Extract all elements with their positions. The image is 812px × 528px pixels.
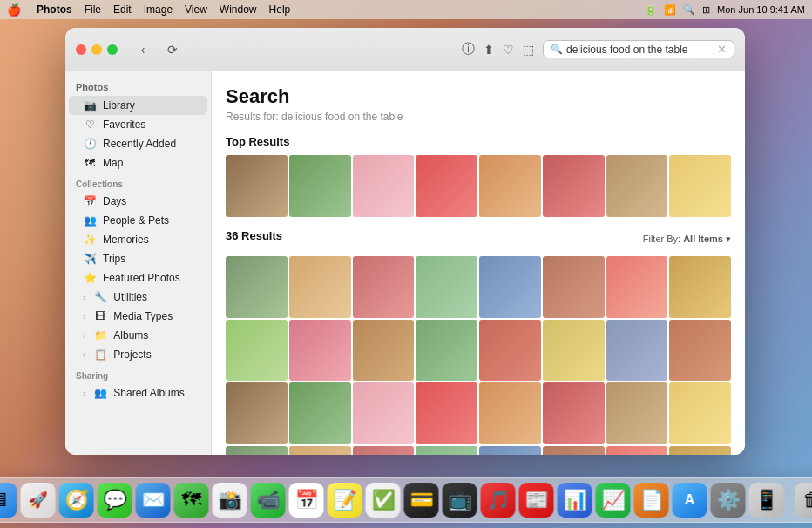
sidebar-item-days[interactable]: 📅 Days bbox=[69, 192, 207, 211]
dock-item-pages[interactable]: 📄 bbox=[634, 483, 669, 518]
list-item[interactable] bbox=[606, 382, 668, 444]
list-item[interactable] bbox=[669, 256, 731, 318]
dock-item-appletv[interactable]: 📺 bbox=[443, 483, 477, 518]
dock-item-launchpad[interactable]: 🚀 bbox=[21, 483, 56, 518]
list-item[interactable] bbox=[416, 382, 477, 444]
list-item[interactable] bbox=[606, 320, 668, 382]
list-item[interactable] bbox=[226, 320, 288, 382]
list-item[interactable] bbox=[543, 382, 605, 444]
dock-item-trash[interactable]: 🗑 bbox=[795, 483, 813, 518]
list-item[interactable] bbox=[353, 382, 415, 444]
list-item[interactable] bbox=[543, 320, 605, 382]
list-item[interactable] bbox=[353, 320, 415, 382]
list-item[interactable] bbox=[353, 256, 415, 318]
list-item[interactable] bbox=[543, 155, 605, 217]
sidebar-item-utilities[interactable]: › 🔧 Utilities bbox=[69, 288, 207, 307]
search-icon-menubar[interactable]: 🔍 bbox=[683, 4, 695, 16]
list-item[interactable] bbox=[416, 320, 477, 382]
dock-item-facetime[interactable]: 📹 bbox=[251, 483, 286, 518]
list-item[interactable] bbox=[669, 382, 731, 444]
menubar-app-name[interactable]: Photos bbox=[37, 3, 72, 16]
sidebar-item-media-types[interactable]: › 🎞 Media Types bbox=[69, 307, 207, 326]
menubar-edit[interactable]: Edit bbox=[113, 3, 132, 16]
sidebar-item-recently-added[interactable]: 🕐 Recently Added bbox=[69, 134, 207, 153]
dock-item-safari[interactable]: 🧭 bbox=[59, 483, 94, 518]
dock-item-wallet[interactable]: 💳 bbox=[404, 483, 439, 518]
search-input[interactable] bbox=[566, 44, 717, 56]
sidebar-item-people-pets[interactable]: 👥 People & Pets bbox=[69, 211, 207, 230]
menubar-window[interactable]: Window bbox=[220, 3, 257, 16]
list-item[interactable] bbox=[669, 320, 731, 382]
dock-item-messages[interactable]: 💬 bbox=[98, 483, 132, 518]
search-clear-button[interactable]: ✕ bbox=[717, 43, 727, 56]
list-item[interactable] bbox=[226, 256, 288, 318]
list-item[interactable] bbox=[669, 446, 731, 455]
list-item[interactable] bbox=[289, 320, 351, 382]
sidebar-item-shared-albums[interactable]: › 👥 Shared Albums bbox=[69, 383, 207, 403]
list-item[interactable] bbox=[543, 446, 605, 455]
dock-item-calendar[interactable]: 📅 bbox=[289, 483, 324, 518]
dock-item-notes[interactable]: 📝 bbox=[328, 483, 362, 518]
close-button[interactable] bbox=[76, 44, 86, 55]
sidebar-item-projects[interactable]: › 📋 Projects bbox=[69, 345, 207, 364]
list-item[interactable] bbox=[289, 256, 351, 318]
list-item[interactable] bbox=[353, 155, 415, 217]
menubar-help[interactable]: Help bbox=[269, 3, 291, 16]
dock-item-reminders[interactable]: ✅ bbox=[366, 483, 401, 518]
dock-item-photos[interactable]: 📸 bbox=[213, 483, 247, 518]
sidebar-item-albums[interactable]: › 📁 Albums bbox=[69, 326, 207, 345]
list-item[interactable] bbox=[289, 155, 351, 217]
sidebar-item-favorites[interactable]: ♡ Favorites bbox=[69, 115, 207, 134]
list-item[interactable] bbox=[479, 446, 541, 455]
list-item[interactable] bbox=[606, 446, 668, 455]
dock-item-iphone[interactable]: 📱 bbox=[749, 483, 784, 518]
list-item[interactable] bbox=[226, 382, 288, 444]
dock-item-maps[interactable]: 🗺 bbox=[174, 483, 209, 518]
list-item[interactable] bbox=[289, 382, 351, 444]
dock-item-settings[interactable]: ⚙️ bbox=[711, 483, 746, 518]
list-item[interactable] bbox=[416, 256, 477, 318]
list-item[interactable] bbox=[479, 320, 541, 382]
dock-item-appstore[interactable]: A bbox=[673, 483, 707, 518]
info-icon[interactable]: ⓘ bbox=[462, 41, 475, 58]
list-item[interactable] bbox=[416, 446, 477, 455]
control-center-icon[interactable]: ⊞ bbox=[702, 4, 710, 16]
minimize-button[interactable] bbox=[91, 44, 102, 55]
crop-icon[interactable]: ⬚ bbox=[523, 43, 534, 57]
sidebar-item-map[interactable]: 🗺 Map bbox=[69, 153, 207, 173]
heart-icon[interactable]: ♡ bbox=[503, 43, 514, 57]
dock-item-keynote[interactable]: 📊 bbox=[558, 483, 592, 518]
filter-button[interactable]: Filter By: All Items ▾ bbox=[643, 234, 731, 245]
back-button[interactable]: ‹ bbox=[132, 38, 154, 61]
dock-item-finder[interactable]: 🖥 bbox=[0, 483, 17, 518]
menubar-view[interactable]: View bbox=[185, 3, 207, 16]
menubar-image[interactable]: Image bbox=[144, 3, 173, 16]
list-item[interactable] bbox=[606, 155, 668, 217]
dock-item-music[interactable]: 🎵 bbox=[481, 483, 516, 518]
list-item[interactable] bbox=[479, 256, 541, 318]
apple-menu[interactable]: 🍎 bbox=[7, 3, 21, 17]
list-item[interactable] bbox=[479, 382, 541, 444]
share-icon[interactable]: ⬆ bbox=[484, 43, 494, 57]
rotate-button[interactable]: ⟳ bbox=[161, 38, 184, 61]
list-item[interactable] bbox=[353, 446, 415, 455]
list-item[interactable] bbox=[479, 155, 541, 217]
list-item[interactable] bbox=[226, 446, 288, 455]
sidebar-item-featured-photos[interactable]: ⭐ Featured Photos bbox=[69, 268, 207, 288]
search-bar[interactable]: 🔍 ✕ bbox=[543, 40, 734, 58]
dock-item-news[interactable]: 📰 bbox=[519, 483, 554, 518]
list-item[interactable] bbox=[416, 155, 477, 217]
list-item[interactable] bbox=[543, 256, 605, 318]
list-item[interactable] bbox=[606, 256, 668, 318]
sidebar-item-library[interactable]: 📷 Library bbox=[69, 96, 207, 115]
dock-item-mail[interactable]: ✉️ bbox=[136, 483, 171, 518]
list-item[interactable] bbox=[226, 155, 288, 217]
menubar-file[interactable]: File bbox=[85, 3, 101, 16]
dock-item-numbers[interactable]: 📈 bbox=[596, 483, 631, 518]
list-item[interactable] bbox=[289, 446, 351, 455]
sidebar-item-trips[interactable]: ✈️ Trips bbox=[69, 249, 207, 268]
list-item[interactable] bbox=[669, 155, 731, 217]
maximize-button[interactable] bbox=[107, 44, 118, 55]
sidebar-item-memories[interactable]: ✨ Memories bbox=[69, 230, 207, 249]
utilities-expand-icon: › bbox=[83, 293, 85, 302]
